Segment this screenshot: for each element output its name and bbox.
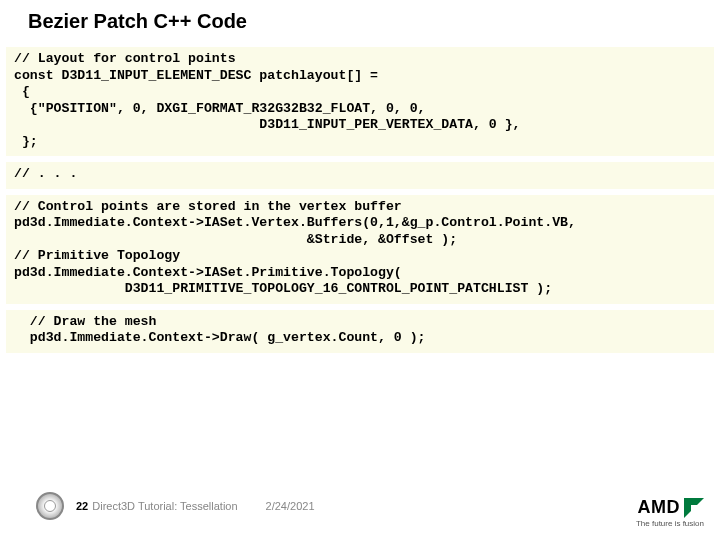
code-block-1: // Layout for control points const D3D11… — [6, 47, 714, 156]
amd-text: AMD — [638, 497, 681, 518]
slide-date: 2/24/2021 — [266, 500, 315, 512]
fusion-logo-icon — [36, 492, 64, 520]
amd-arrow-icon — [684, 498, 704, 518]
footer-bar: 22 Direct3D Tutorial: Tessellation 2/24/… — [0, 486, 720, 526]
code-block-2: // . . . — [6, 162, 714, 189]
tutorial-name: Direct3D Tutorial: Tessellation — [92, 500, 237, 512]
code-block-3: // Control points are stored in the vert… — [6, 195, 714, 304]
amd-tagline: The future is fusion — [636, 519, 704, 528]
amd-logo: AMD The future is fusion — [636, 497, 704, 528]
slide-number: 22 — [76, 500, 88, 512]
slide-title: Bezier Patch C++ Code — [0, 0, 720, 45]
code-block-4: // Draw the mesh pd3d.Immediate.Context-… — [6, 310, 714, 353]
